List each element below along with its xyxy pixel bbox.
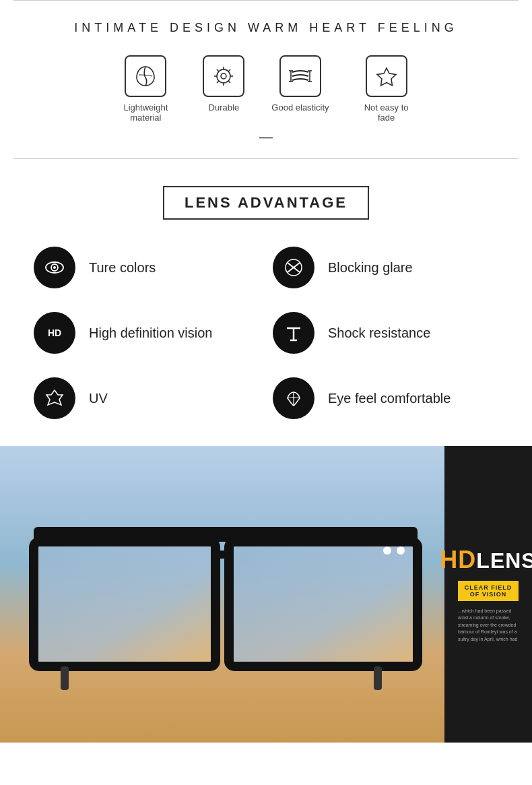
lens-features-grid: Ture colors Blocking glare HD High defin… [34,247,498,419]
overlay-body-text: ...which had been passed amid a column o… [458,608,519,643]
svg-rect-26 [34,542,215,666]
eye-comfortable-icon [273,377,314,419]
svg-point-32 [397,546,405,555]
true-colors-label: Ture colors [89,260,156,276]
fade-label: Not easy to fade [356,102,417,123]
hd-lens-title: HDLENS [440,546,532,574]
durable-icon-box [203,55,244,97]
hd-vision-label: High definition vision [89,325,212,341]
lightweight-label: Lightweight material [115,102,176,123]
svg-rect-27 [229,542,418,666]
feature-elasticity: Good elasticity [271,55,329,113]
uv-icon [34,377,75,419]
feature-lightweight: Lightweight material [115,55,176,123]
shock-resistance-label: Shock resistance [328,325,430,341]
dash-separator: — [34,129,498,145]
true-colors-icon [34,247,75,288]
headline-text: INTIMATE DESIGN WARM HEART FEELING [34,21,498,35]
lens-white-text: LENS [476,548,532,573]
svg-line-7 [228,81,230,83]
svg-point-18 [53,266,56,269]
svg-line-8 [228,69,230,71]
durable-label: Durable [209,102,240,113]
lightweight-icon-box [125,55,166,97]
svg-line-6 [217,69,219,71]
overlay-body-content: ...which had been passed amid a column o… [458,608,517,641]
feature-eye-comfortable: Eye feel comfortable [273,377,498,419]
lens-title-box: LENS ADVANTAGE [163,186,369,220]
clear-vision-text: CLEAR FIELD OF VISION [465,584,512,598]
feature-durable: Durable [203,55,244,113]
feature-uv: UV [34,377,259,419]
svg-rect-30 [374,666,382,690]
svg-point-31 [383,546,391,555]
svg-rect-29 [61,666,69,690]
dark-overlay-panel: HDLENS CLEAR FIELD OF VISION ...which ha… [444,446,532,743]
eye-comfortable-label: Eye feel comfortable [328,391,451,406]
svg-line-9 [217,81,219,83]
svg-rect-28 [212,551,232,559]
elasticity-icon-box [279,55,321,97]
feature-shock-resistance: Shock resistance [273,312,498,354]
features-row: Lightweight material Durable [34,55,498,123]
svg-point-1 [221,73,226,79]
lens-advantage-section: LENS ADVANTAGE Ture colors [0,159,532,446]
shock-resistance-icon [273,312,314,354]
blocking-glare-icon [273,247,314,288]
lens-title-wrapper: LENS ADVANTAGE [34,186,498,220]
product-image-section: HDLENS CLEAR FIELD OF VISION ...which ha… [0,446,532,743]
hd-vision-icon: HD [34,312,75,354]
uv-label: UV [89,391,108,406]
feature-true-colors: Ture colors [34,247,259,288]
elasticity-label: Good elasticity [271,102,329,113]
sunglasses-bg [0,446,444,743]
lens-title: LENS ADVANTAGE [185,194,347,211]
clear-vision-badge: CLEAR FIELD OF VISION [458,581,519,601]
feature-fade: Not easy to fade [356,55,417,123]
feature-hd-vision: HD High definition vision [34,312,259,354]
feature-blocking-glare: Blocking glare [273,247,498,288]
fade-icon-box [366,55,407,97]
hd-orange-text: HD [440,546,476,574]
blocking-glare-label: Blocking glare [328,260,413,276]
top-design-section: INTIMATE DESIGN WARM HEART FEELING Light… [13,0,519,159]
